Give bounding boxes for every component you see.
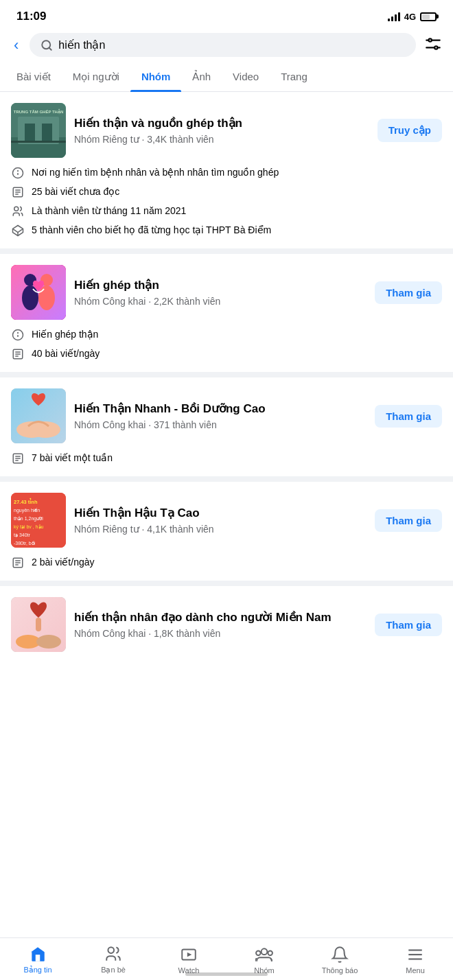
tab-trang[interactable]: Trang (270, 62, 318, 91)
status-bar: 11:09 4G (0, 0, 453, 27)
back-button[interactable]: ‹ (11, 34, 21, 57)
group-item: TRUNG TÂM GHÉP THẬN Hiến thận và nguồn g… (0, 92, 453, 254)
nav-item-ban-be[interactable]: Bạn bè (76, 938, 151, 980)
svg-point-66 (268, 950, 272, 955)
group-meta: Nhóm Công khai · 1,8K thành viên (74, 628, 367, 639)
group-header: Hiến ghép thận Nhóm Công khai · 2,2K thà… (11, 265, 442, 320)
svg-rect-11 (25, 124, 35, 141)
home-indicator (185, 972, 268, 976)
watch-icon (180, 946, 198, 964)
group-details: Hiến ghép thận 40 bài viết/ngày (11, 328, 442, 361)
groups-icon (255, 946, 273, 964)
info-icon (11, 166, 25, 180)
svg-rect-59 (36, 618, 41, 631)
nav-label-bang-tin: Bảng tin (23, 966, 51, 975)
home-icon (29, 945, 47, 963)
svg-text:thận 1,2người: thận 1,2người (14, 516, 43, 522)
tab-moi-nguoi[interactable]: Mọi người (62, 62, 130, 91)
signal-bars-icon (388, 12, 400, 21)
nav-label-ban-be: Bạn bè (101, 966, 126, 975)
detail-text: 5 thành viên cho biết họ đã từng học tại… (32, 224, 442, 237)
group-details: Nơi ng hiến tìm bệnh nhân và bệnh nhân t… (11, 166, 442, 237)
group-thumbnail: 27.43 tỉnh nguyên hiến thận 1,2người ký … (11, 493, 66, 548)
svg-point-58 (36, 635, 61, 649)
group-info: hiến thận nhân đạo dành cho người Miền N… (74, 610, 367, 639)
svg-point-64 (262, 948, 268, 955)
svg-text:27.43 tỉnh: 27.43 tỉnh (14, 498, 38, 505)
svg-text:-380tr, bồi: -380tr, bồi (14, 541, 36, 546)
svg-point-22 (14, 207, 19, 211)
svg-point-61 (108, 947, 114, 953)
filter-button[interactable] (424, 35, 442, 56)
detail-row: Hiến ghép thận (11, 328, 442, 342)
group-meta: Nhóm Riêng tư · 4,1K thành viên (74, 524, 367, 535)
group-info: Hiến thận và nguồn ghép thận Nhóm Riêng … (74, 116, 369, 145)
nav-label-menu: Menu (406, 966, 425, 975)
group-meta: Nhóm Công khai · 371 thành viên (74, 419, 367, 430)
results-list: TRUNG TÂM GHÉP THẬN Hiến thận và nguồn g… (0, 92, 453, 671)
svg-point-29 (22, 285, 38, 310)
group-details: 7 bài viết một tuần (11, 452, 442, 465)
svg-line-1 (49, 47, 51, 49)
detail-text: Là thành viên từ tháng 11 năm 2021 (32, 205, 442, 218)
detail-text: 7 bài viết một tuần (32, 452, 442, 465)
group-action-button[interactable]: Tham gia (375, 614, 442, 636)
nav-item-thong-bao[interactable]: Thông báo (302, 939, 378, 980)
detail-text: 2 bài viết/ngày (32, 556, 442, 570)
tab-bai-viet[interactable]: Bài viết (5, 62, 62, 91)
group-meta: Nhóm Riêng tư · 3,4K thành viên (74, 134, 369, 145)
doc-icon (11, 556, 25, 570)
group-action-button[interactable]: Tham gia (375, 405, 442, 428)
group-details: 2 bài viết/ngày (11, 556, 442, 570)
svg-text:TRUNG TÂM GHÉP THẬN: TRUNG TÂM GHÉP THẬN (14, 108, 64, 115)
nav-label-thong-bao: Thông báo (322, 966, 358, 975)
group-item: 27.43 tỉnh nguyên hiến thận 1,2người ký … (0, 482, 453, 586)
group-thumbnail (11, 597, 66, 652)
svg-text:nguyên hiến: nguyên hiến (14, 508, 40, 513)
group-item: hiến thận nhân đạo dành cho người Miền N… (0, 586, 453, 671)
group-info: Hiến Thận Nhanh - Bồi Dưỡng Cao Nhóm Côn… (74, 401, 367, 430)
search-query-text: hiến thận (58, 38, 105, 51)
group-thumbnail: TRUNG TÂM GHÉP THẬN (11, 103, 66, 158)
group-action-button[interactable]: Tham gia (375, 281, 442, 304)
svg-text:tạ 340tr: tạ 340tr (14, 533, 31, 538)
group-action-button[interactable]: Tham gia (375, 509, 442, 532)
group-item: Hiến Thận Nhanh - Bồi Dưỡng Cao Nhóm Côn… (0, 377, 453, 482)
detail-row: 40 bài viết/ngày (11, 347, 442, 361)
group-name: Hiến Thận Hậu Tạ Cao (74, 506, 367, 521)
tab-anh[interactable]: Ảnh (181, 62, 222, 91)
doc-icon (11, 347, 25, 361)
group-thumbnail (11, 265, 66, 320)
svg-rect-12 (42, 124, 52, 141)
group-name: Hiến Thận Nhanh - Bồi Dưỡng Cao (74, 401, 367, 417)
nav-item-bang-tin[interactable]: Bảng tin (0, 938, 76, 980)
filter-tabs: Bài viết Mọi người Nhóm Ảnh Video Trang (0, 62, 453, 92)
detail-text: 25 bài viết chưa đọc (32, 185, 442, 199)
group-action-button[interactable]: Truy cập (378, 119, 442, 142)
search-input-wrapper[interactable]: hiến thận (30, 33, 416, 57)
doc-icon (11, 185, 25, 199)
tab-video[interactable]: Video (222, 62, 270, 91)
svg-marker-63 (187, 952, 192, 957)
nav-item-menu[interactable]: Menu (378, 939, 453, 980)
group-info: Hiến ghép thận Nhóm Công khai · 2,2K thà… (74, 278, 367, 307)
status-icons: 4G (388, 12, 437, 22)
svg-rect-13 (11, 141, 66, 143)
status-time: 11:09 (16, 10, 46, 23)
signal-4g-label: 4G (404, 12, 416, 22)
svg-rect-10 (18, 117, 59, 144)
search-bar: ‹ hiến thận (0, 27, 453, 62)
school-icon (11, 224, 25, 237)
menu-icon (406, 946, 424, 964)
group-thumbnail (11, 388, 66, 443)
group-name: Hiến thận và nguồn ghép thận (74, 116, 369, 131)
bell-icon (331, 946, 349, 964)
people-icon (11, 205, 25, 218)
tab-nhom[interactable]: Nhóm (130, 62, 182, 91)
svg-point-65 (256, 950, 261, 955)
detail-row: 25 bài viết chưa đọc (11, 185, 442, 199)
detail-row: 2 bài viết/ngày (11, 556, 442, 570)
group-header: Hiến Thận Nhanh - Bồi Dưỡng Cao Nhóm Côn… (11, 388, 442, 443)
group-meta: Nhóm Công khai · 2,2K thành viên (74, 296, 367, 307)
detail-text: Hiến ghép thận (32, 328, 442, 342)
